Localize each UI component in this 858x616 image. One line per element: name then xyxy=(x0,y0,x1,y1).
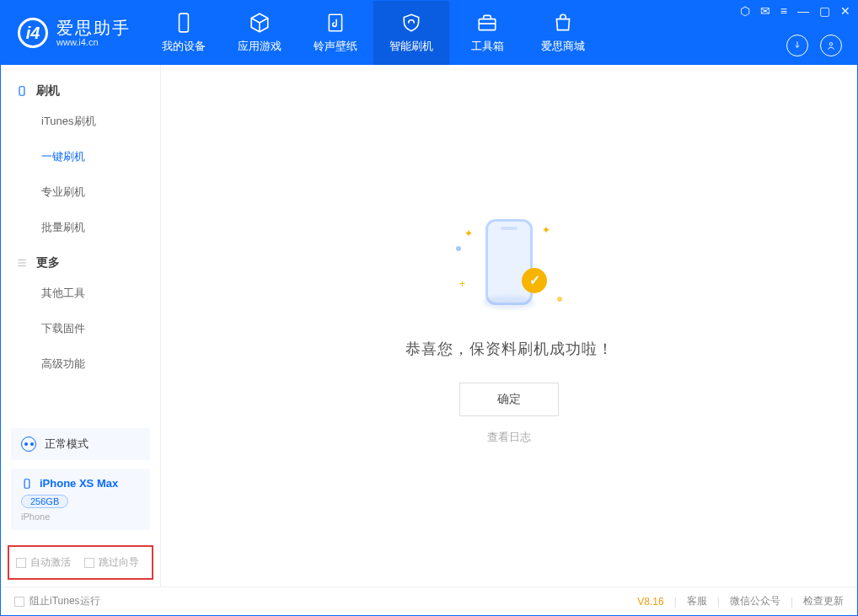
dot-icon xyxy=(557,297,562,302)
cube-icon xyxy=(249,12,271,34)
device-model: iPhone xyxy=(21,512,140,522)
refresh-shield-icon xyxy=(400,12,422,34)
success-message: 恭喜您，保资料刷机成功啦！ xyxy=(405,339,614,359)
checkbox-icon xyxy=(14,597,24,607)
tab-my-device[interactable]: 我的设备 xyxy=(146,1,222,65)
tab-smart-flash[interactable]: 智能刷机 xyxy=(373,1,449,65)
sidebar-section-more: 更多 xyxy=(1,245,160,276)
checkbox-icon xyxy=(16,558,26,568)
body: 刷机 iTunes刷机 一键刷机 专业刷机 批量刷机 更多 其他工具 下载固件 … xyxy=(1,65,857,587)
view-log-link[interactable]: 查看日志 xyxy=(487,430,531,445)
mode-card[interactable]: 正常模式 xyxy=(11,428,150,460)
sidebar-item-download-firmware[interactable]: 下载固件 xyxy=(1,311,160,346)
bag-icon xyxy=(552,12,574,34)
check-update-link[interactable]: 检查更新 xyxy=(803,594,844,608)
support-link[interactable]: 客服 xyxy=(687,594,707,608)
checkbox-icon xyxy=(84,558,94,568)
sidebar: 刷机 iTunes刷机 一键刷机 专业刷机 批量刷机 更多 其他工具 下载固件 … xyxy=(1,65,161,587)
success-illustration: ✦ ✦ + ✓ xyxy=(454,207,564,317)
sidebar-section-flash: 刷机 xyxy=(1,73,160,104)
app-name: 爱思助手 xyxy=(56,19,131,36)
svg-rect-1 xyxy=(329,14,341,31)
sidebar-item-other-tools[interactable]: 其他工具 xyxy=(1,276,160,311)
titlebar-controls: ⬡ ✉ ≡ — ▢ ✕ xyxy=(740,4,850,18)
sparkle-icon: ✦ xyxy=(464,228,473,239)
header: i4 爱思助手 www.i4.cn 我的设备 应用游戏 铃声壁纸 智能刷机 xyxy=(1,1,857,65)
dot-icon xyxy=(456,246,461,251)
sidebar-item-oneclick-flash[interactable]: 一键刷机 xyxy=(1,139,160,174)
menu-icon[interactable]: ≡ xyxy=(780,4,787,18)
sidebar-item-batch-flash[interactable]: 批量刷机 xyxy=(1,210,160,245)
maximize-button[interactable]: ▢ xyxy=(819,4,830,18)
checkbox-auto-activate[interactable]: 自动激活 xyxy=(16,555,71,570)
ok-button[interactable]: 确定 xyxy=(459,383,559,416)
tab-apps-games[interactable]: 应用游戏 xyxy=(222,1,298,65)
check-badge-icon: ✓ xyxy=(522,268,547,293)
device-storage: 256GB xyxy=(21,495,68,508)
logo-icon: i4 xyxy=(18,18,48,48)
app-url: www.i4.cn xyxy=(56,38,131,47)
header-right-actions xyxy=(786,35,842,56)
sidebar-item-pro-flash[interactable]: 专业刷机 xyxy=(1,174,160,210)
checkbox-skip-guide[interactable]: 跳过向导 xyxy=(84,555,139,570)
svg-point-3 xyxy=(829,43,833,46)
mode-icon xyxy=(21,437,36,452)
sparkle-icon: + xyxy=(459,278,465,290)
sparkle-icon: ✦ xyxy=(542,224,550,236)
device-icon xyxy=(16,85,28,97)
user-icon[interactable] xyxy=(820,35,842,56)
svg-rect-4 xyxy=(19,87,24,96)
status-bar: 阻止iTunes运行 V8.16 | 客服 | 微信公众号 | 检查更新 xyxy=(1,587,857,615)
list-icon xyxy=(16,257,28,269)
tab-store[interactable]: 爱思商城 xyxy=(525,1,601,65)
svg-rect-2 xyxy=(479,19,496,30)
checkbox-block-itunes[interactable]: 阻止iTunes运行 xyxy=(14,594,100,608)
tab-ringtone-wallpaper[interactable]: 铃声壁纸 xyxy=(298,1,373,65)
phone-icon xyxy=(173,12,195,34)
main-content: ✦ ✦ + ✓ 恭喜您，保资料刷机成功啦！ 确定 查看日志 xyxy=(161,65,857,587)
mode-label: 正常模式 xyxy=(45,437,88,452)
sidebar-bottom: 正常模式 iPhone XS Max 256GB iPhone xyxy=(1,428,160,545)
wechat-link[interactable]: 微信公众号 xyxy=(730,594,780,608)
app-window: i4 爱思助手 www.i4.cn 我的设备 应用游戏 铃声壁纸 智能刷机 xyxy=(0,0,858,616)
feedback-icon[interactable]: ✉ xyxy=(760,4,770,18)
shirt-icon[interactable]: ⬡ xyxy=(740,4,750,18)
download-icon[interactable] xyxy=(786,35,808,56)
main-tabs: 我的设备 应用游戏 铃声壁纸 智能刷机 工具箱 爱思商城 xyxy=(146,1,601,65)
toolbox-icon xyxy=(476,12,498,34)
close-button[interactable]: ✕ xyxy=(840,4,850,18)
options-row: 自动激活 跳过向导 xyxy=(8,545,153,580)
sidebar-item-itunes-flash[interactable]: iTunes刷机 xyxy=(1,104,160,139)
phone-small-icon xyxy=(21,478,33,490)
svg-rect-0 xyxy=(180,13,189,32)
music-file-icon xyxy=(324,12,346,34)
minimize-button[interactable]: — xyxy=(797,4,809,18)
device-card[interactable]: iPhone XS Max 256GB iPhone xyxy=(11,469,150,530)
sidebar-item-advanced[interactable]: 高级功能 xyxy=(1,346,160,382)
device-name: iPhone XS Max xyxy=(40,477,118,490)
phone-graphic xyxy=(485,219,533,305)
tab-toolbox[interactable]: 工具箱 xyxy=(449,1,525,65)
version-label: V8.16 xyxy=(637,596,663,608)
svg-rect-5 xyxy=(24,479,29,488)
logo: i4 爱思助手 www.i4.cn xyxy=(1,18,146,48)
